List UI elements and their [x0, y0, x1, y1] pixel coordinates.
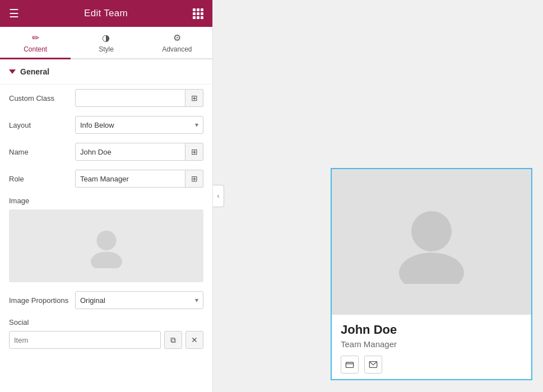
image-proportions-control: Original ▾ — [75, 291, 203, 309]
advanced-tab-label: Advanced — [162, 45, 192, 53]
svg-point-0 — [96, 231, 116, 250]
layout-dropdown[interactable]: Info Below ▾ — [75, 116, 203, 134]
name-label: Name — [9, 148, 71, 156]
name-input[interactable] — [75, 143, 185, 161]
custom-class-row: Custom Class ⊞ — [0, 85, 212, 111]
close-icon: ✕ — [191, 335, 198, 344]
layout-row: Layout Info Below ▾ — [0, 111, 212, 138]
layout-control: Info Below ▾ — [75, 116, 203, 134]
role-layers-icon: ⊞ — [191, 174, 198, 183]
general-section-header: General — [0, 59, 212, 85]
tab-content[interactable]: ✏ Content — [0, 27, 71, 59]
team-card-info: John Doe Team Manager — [332, 315, 531, 379]
name-layers-btn[interactable]: ⊞ — [185, 143, 203, 161]
custom-class-label: Custom Class — [9, 94, 71, 102]
panel-header: ☰ Edit Team — [0, 0, 212, 27]
image-proportions-dropdown[interactable]: Original ▾ — [75, 291, 203, 309]
right-panel: ‹ John Doe Team Manager — [213, 0, 543, 392]
svg-point-1 — [91, 251, 122, 268]
image-proportions-row: Image Proportions Original ▾ — [0, 287, 212, 314]
image-proportions-arrow: ▾ — [195, 296, 198, 304]
layout-dropdown-arrow: ▾ — [195, 121, 198, 129]
team-card-role: Team Manager — [341, 339, 522, 349]
team-card-image — [332, 169, 531, 315]
image-upload-area[interactable] — [9, 209, 203, 282]
panel-content: General Custom Class ⊞ Layout Info Below… — [0, 59, 212, 392]
custom-class-control: ⊞ — [75, 89, 203, 107]
advanced-tab-icon: ⚙ — [173, 32, 181, 43]
svg-point-2 — [411, 211, 452, 251]
layout-value: Info Below — [80, 121, 114, 129]
social-section: Social ⧉ ✕ — [0, 314, 212, 353]
svg-point-3 — [399, 253, 464, 284]
content-tab-icon: ✏ — [32, 32, 39, 43]
panel-title: Edit Team — [84, 8, 128, 19]
hamburger-icon[interactable]: ☰ — [9, 7, 19, 20]
avatar-placeholder-icon — [84, 223, 129, 268]
style-tab-icon: ◑ — [102, 32, 110, 43]
name-control: ⊞ — [75, 143, 203, 161]
section-collapse-icon[interactable] — [9, 69, 16, 74]
social-remove-btn[interactable]: ✕ — [185, 331, 203, 349]
left-panel: ☰ Edit Team ✏ Content ◑ Style ⚙ Advanced… — [0, 0, 213, 392]
section-label: General — [20, 67, 49, 76]
role-control: ⊞ — [75, 170, 203, 188]
role-row: Role ⊞ — [0, 165, 212, 192]
layout-label: Layout — [9, 121, 71, 129]
tab-advanced[interactable]: ⚙ Advanced — [142, 27, 212, 59]
social-copy-btn[interactable]: ⧉ — [164, 331, 182, 349]
style-tab-label: Style — [99, 45, 114, 53]
copy-icon: ⧉ — [170, 335, 176, 345]
social-item-input[interactable] — [9, 331, 161, 349]
custom-class-input[interactable] — [75, 89, 185, 107]
social-label: Social — [9, 318, 203, 326]
social-vcard-icon[interactable] — [341, 356, 359, 374]
team-card-social-icons — [341, 356, 522, 374]
social-item-row: ⧉ ✕ — [9, 331, 203, 349]
content-tab-label: Content — [24, 45, 47, 53]
image-proportions-label: Image Proportions — [9, 296, 71, 305]
collapse-chevron-icon: ‹ — [217, 192, 220, 200]
image-proportions-value: Original — [80, 296, 105, 305]
role-label: Role — [9, 175, 71, 183]
name-row: Name ⊞ — [0, 138, 212, 165]
tab-style[interactable]: ◑ Style — [71, 27, 141, 59]
role-layers-btn[interactable]: ⊞ — [185, 170, 203, 188]
social-email-icon[interactable] — [364, 356, 382, 374]
image-row: Image — [0, 192, 212, 287]
svg-rect-4 — [346, 362, 353, 367]
tabs-bar: ✏ Content ◑ Style ⚙ Advanced — [0, 27, 212, 59]
image-label: Image — [9, 197, 203, 205]
team-card-preview: John Doe Team Manager — [331, 168, 532, 380]
layers-icon: ⊞ — [191, 94, 198, 102]
grid-icon[interactable] — [193, 8, 203, 19]
panel-collapse-toggle[interactable]: ‹ — [213, 185, 224, 207]
custom-class-layers-btn[interactable]: ⊞ — [185, 89, 203, 107]
role-input[interactable] — [75, 170, 185, 188]
name-layers-icon: ⊞ — [191, 147, 198, 156]
team-avatar-large-icon — [389, 200, 474, 284]
team-card-name: John Doe — [341, 323, 522, 337]
